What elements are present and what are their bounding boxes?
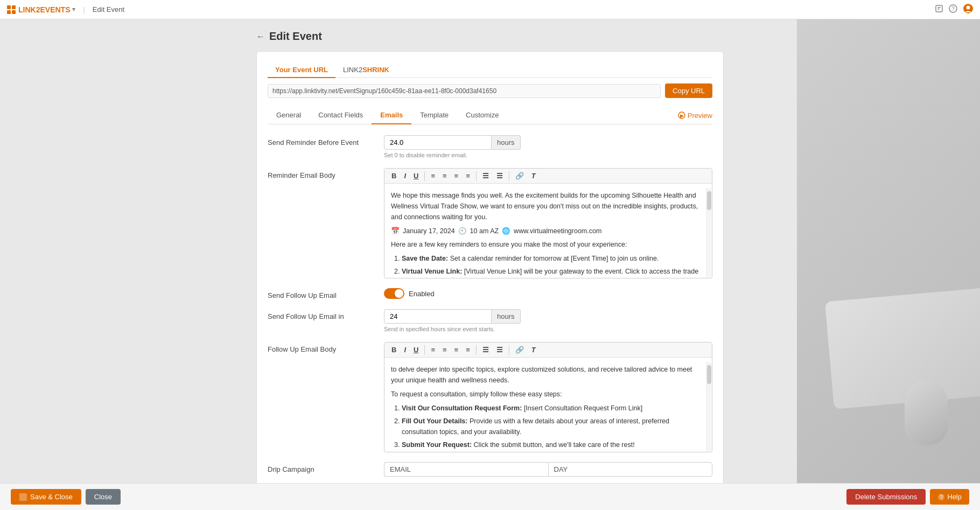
reminder-editor: B I U ≡ ≡ ≡ ≡ ☰ ☰ 🔗 T: [384, 168, 712, 278]
tab-link2shrink[interactable]: LINK2SHRINK: [335, 62, 397, 78]
help-icon[interactable]: ?: [949, 4, 957, 15]
underline-button[interactable]: U: [411, 171, 421, 181]
clock-icon: 🕙: [458, 226, 467, 236]
followup-in-input-group: hours: [384, 309, 712, 324]
link-button-2[interactable]: 🔗: [513, 345, 527, 355]
followup-body-content[interactable]: to delve deeper into specific topics, ex…: [384, 358, 712, 452]
remove-format-button-2[interactable]: T: [529, 345, 538, 355]
brand-text: LINK2EVENTS: [18, 5, 70, 14]
back-button[interactable]: ←: [256, 32, 265, 41]
followup-in-row: Send Follow Up Email in hours Send in sp…: [268, 309, 712, 332]
toolbar-sep-1: [424, 171, 425, 181]
link-button[interactable]: 🔗: [513, 171, 527, 181]
reminder-before-row: Send Reminder Before Event hours Set 0 t…: [268, 135, 712, 158]
save-close-button[interactable]: Save & Close: [11, 489, 81, 505]
reminder-intro: We hope this message finds you well. As …: [391, 190, 705, 222]
reminder-scrollbar[interactable]: [706, 188, 711, 277]
user-avatar[interactable]: [963, 3, 974, 16]
reminder-url: www.virtualmeetingroom.com: [514, 226, 601, 236]
tab-template[interactable]: Template: [411, 107, 457, 124]
reminder-control: hours Set 0 to disable reminder email.: [384, 135, 712, 158]
followup-editor: B I U ≡ ≡ ≡ ≡ ☰ ☰ 🔗 T: [384, 342, 712, 452]
svg-rect-5: [937, 7, 941, 8]
brand-dropdown[interactable]: ▾: [72, 6, 75, 13]
followup-in-hint: Send in specified hours since event star…: [384, 326, 712, 332]
followup-body-label: Follow Up Email Body: [268, 342, 375, 353]
align-center-button[interactable]: ≡: [440, 171, 450, 181]
reminder-date: January 17, 2024: [403, 226, 455, 236]
followup-scrollbar[interactable]: [706, 362, 711, 451]
drip-label: Drip Campaign: [268, 462, 375, 473]
list-item: Fill Out Your Details: Provide us with a…: [402, 416, 705, 437]
align-left-button-2[interactable]: ≡: [428, 345, 438, 355]
followup-toggle[interactable]: [384, 288, 404, 299]
tab-emails[interactable]: Emails: [372, 107, 411, 124]
reminder-body-label: Reminder Email Body: [268, 168, 375, 179]
remove-format-button[interactable]: T: [529, 171, 538, 181]
followup-body-control: B I U ≡ ≡ ≡ ≡ ☰ ☰ 🔗 T: [384, 342, 712, 452]
drip-email-input[interactable]: [384, 462, 548, 477]
underline-button-2[interactable]: U: [411, 345, 421, 355]
followup-in-addon: hours: [492, 309, 521, 324]
help-icon: ?: [937, 493, 945, 501]
toolbar-sep-3: [509, 171, 509, 181]
list-item: Save the Date: Set a calendar reminder f…: [402, 253, 705, 264]
reminder-body-control: B I U ≡ ≡ ≡ ≡ ☰ ☰ 🔗 T: [384, 168, 712, 278]
delete-submissions-button[interactable]: Delete Submissions: [846, 489, 926, 505]
svg-rect-2: [7, 10, 11, 14]
unordered-list-button-2[interactable]: ☰: [480, 345, 492, 355]
preview-label: Preview: [688, 111, 712, 120]
notifications-icon[interactable]: [935, 4, 943, 15]
align-right-button[interactable]: ≡: [452, 171, 461, 181]
svg-rect-3: [12, 10, 16, 14]
followup-in-input[interactable]: [384, 309, 492, 324]
toolbar-sep-6: [509, 345, 509, 355]
tab-customize[interactable]: Customize: [457, 107, 507, 124]
svg-rect-1: [12, 5, 16, 9]
nav-tabs: General Contact Fields Emails Template C…: [268, 107, 712, 124]
align-right-button-2[interactable]: ≡: [452, 345, 461, 355]
italic-button[interactable]: I: [401, 171, 409, 181]
url-row: https://app.linktivity.net/EventSignup/1…: [268, 83, 712, 98]
align-left-button[interactable]: ≡: [428, 171, 438, 181]
tab-general[interactable]: General: [268, 107, 310, 124]
ordered-list-button[interactable]: ☰: [494, 171, 506, 181]
reminder-body-content[interactable]: We hope this message finds you well. As …: [384, 184, 712, 278]
drip-day-input[interactable]: [548, 462, 713, 477]
align-justify-button-2[interactable]: ≡: [463, 345, 473, 355]
reminder-input-group: hours: [384, 135, 712, 150]
list-item: Virtual Venue Link: [Virtual Venue Link]…: [402, 266, 705, 278]
copy-url-button[interactable]: Copy URL: [665, 83, 712, 98]
main-card: Your Event URL LINK2SHRINK https://app.l…: [256, 51, 724, 498]
eye-icon: ▶: [678, 111, 685, 119]
help-button[interactable]: ? Help: [930, 489, 969, 505]
bold-button-2[interactable]: B: [389, 345, 399, 355]
tab-contact-fields[interactable]: Contact Fields: [310, 107, 372, 124]
bottom-bar: Save & Close Close Delete Submissions ? …: [0, 483, 980, 510]
page-header: ← Edit Event: [256, 30, 724, 43]
bold-button[interactable]: B: [389, 171, 399, 181]
tab-your-event-url[interactable]: Your Event URL: [268, 62, 335, 78]
globe-icon: 🌐: [502, 226, 510, 236]
followup-enabled-row: Send Follow Up Email Enabled: [268, 288, 712, 299]
align-center-button-2[interactable]: ≡: [440, 345, 450, 355]
ordered-list-button-2[interactable]: ☰: [494, 345, 506, 355]
reminder-scroll-thumb: [707, 191, 711, 210]
preview-link[interactable]: ▶ Preview: [678, 111, 712, 120]
reminder-hint: Set 0 to disable reminder email.: [384, 152, 712, 158]
svg-rect-6: [937, 9, 940, 10]
italic-button-2[interactable]: I: [401, 345, 409, 355]
shrink-label: LINK2SHRINK: [343, 66, 389, 74]
followup-scroll-thumb: [707, 365, 711, 384]
followup-enabled-label: Send Follow Up Email: [268, 288, 375, 299]
unordered-list-button[interactable]: ☰: [480, 171, 492, 181]
help-label: Help: [947, 493, 962, 501]
save-close-label: Save & Close: [30, 493, 73, 501]
followup-state: Enabled: [409, 290, 435, 298]
reminder-input[interactable]: [384, 135, 492, 150]
reminder-body-row: Reminder Email Body B I U ≡ ≡ ≡ ≡ ☰ ☰: [268, 168, 712, 278]
align-justify-button[interactable]: ≡: [463, 171, 473, 181]
drip-control: [384, 462, 712, 477]
brand-logo[interactable]: LINK2EVENTS ▾: [6, 5, 75, 15]
close-button[interactable]: Close: [86, 489, 121, 505]
